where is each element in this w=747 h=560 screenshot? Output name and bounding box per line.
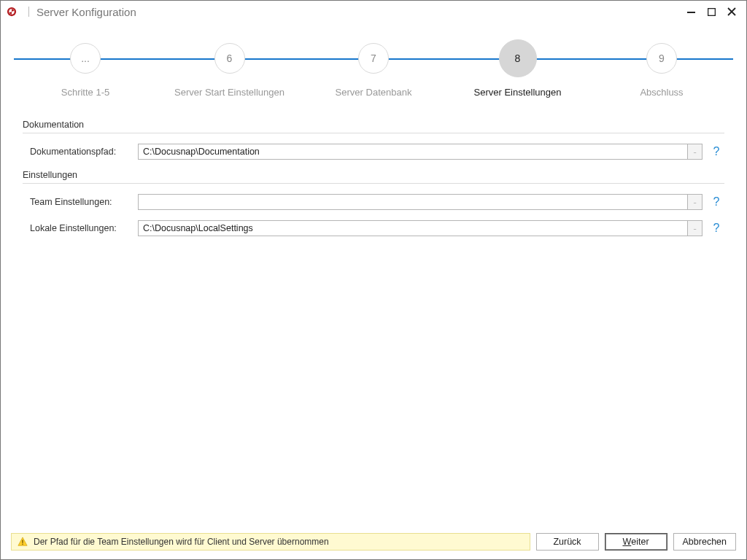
local-settings-input[interactable] [139,221,687,236]
step-label-active: Server Einstellungen [446,87,589,98]
help-icon[interactable]: ? [708,195,724,209]
step-circle-active: 8 [499,39,537,77]
step-label: Abschluss [590,87,733,98]
svg-rect-4 [22,540,23,542]
input-group-team-settings: ... [138,194,703,210]
row-team-settings: Team Einstellungen: ... ? [23,194,724,210]
step-7[interactable]: 7 [302,43,445,74]
section-title-settings: Einstellungen [23,170,724,180]
step-6[interactable]: 6 [158,43,301,74]
step-label: Schritte 1-5 [14,87,157,98]
label-team-settings: Team Einstellungen: [23,197,138,207]
next-button-accel: W [622,537,631,547]
row-local-settings: Lokale Einstellungen: ... ? [23,220,724,236]
content-area: Dokumentation Dokumentationspfad: ... ? … [1,109,746,526]
input-group-local-settings: ... [138,220,703,236]
svg-rect-3 [708,8,715,15]
documentation-path-input[interactable] [139,144,687,159]
app-icon [7,7,17,17]
section-divider [23,133,724,133]
help-icon[interactable]: ? [708,222,724,235]
step-label: Server Datenbank [302,87,445,98]
next-button[interactable]: Weiter [605,533,667,551]
step-circle: ... [70,43,101,74]
warning-bar: Der Pfad für die Team Einstellungen wird… [11,533,530,551]
warning-text: Der Pfad für die Team Einstellungen wird… [34,537,329,547]
minimize-button[interactable] [681,4,701,20]
titlebar: Server Konfiguration [1,1,746,23]
wizard-stepper: ... 6 7 8 9 Schritte 1-5 Server Start Ei… [1,23,746,109]
step-1-5[interactable]: ... [14,43,157,74]
section-title-documentation: Dokumentation [23,120,724,130]
maximize-button[interactable] [701,4,721,20]
window-title: Server Konfiguration [36,6,136,18]
cancel-button[interactable]: Abbrechen [673,533,736,551]
input-group-documentation-path: ... [138,144,703,160]
window: Server Konfiguration ... 6 7 [0,0,747,560]
step-8[interactable]: 8 [446,43,589,77]
title-divider [28,7,29,17]
team-settings-input[interactable] [139,195,687,209]
row-documentation-path: Dokumentationspfad: ... ? [23,144,724,160]
step-9[interactable]: 9 [590,43,733,74]
browse-button[interactable]: ... [687,195,702,209]
step-circle: 9 [646,43,677,74]
warning-icon [18,537,28,547]
label-documentation-path: Dokumentationspfad: [23,147,138,157]
step-label: Server Start Einstellungen [158,87,301,98]
browse-button[interactable]: ... [687,221,702,236]
browse-button[interactable]: ... [687,144,702,159]
next-button-rest: eiter [631,537,649,547]
svg-rect-2 [687,12,695,13]
label-local-settings: Lokale Einstellungen: [23,223,138,233]
footer: Der Pfad für die Team Einstellungen wird… [1,526,746,559]
step-circle: 6 [214,43,245,74]
help-icon[interactable]: ? [708,145,724,158]
section-divider [23,183,724,184]
step-circle: 7 [358,43,389,74]
svg-rect-5 [22,544,23,545]
close-button[interactable] [721,4,742,20]
back-button[interactable]: Zurück [536,533,599,551]
